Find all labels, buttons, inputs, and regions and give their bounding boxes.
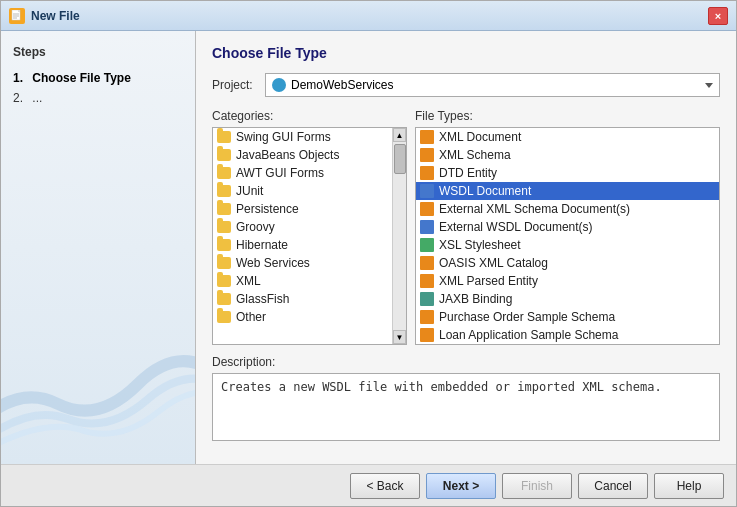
- scroll-thumb[interactable]: [394, 144, 406, 174]
- filetype-item-xsl-stylesheet[interactable]: XSL Stylesheet: [416, 236, 719, 254]
- filetypes-label: File Types:: [415, 109, 720, 123]
- filetypes-panel: File Types: XML Document XML Schema DTD …: [415, 109, 720, 345]
- folder-icon: [217, 131, 231, 143]
- list-item[interactable]: GlassFish: [213, 290, 392, 308]
- list-item[interactable]: Hibernate: [213, 236, 392, 254]
- description-label: Description:: [212, 355, 720, 369]
- filetype-item-dtd-entity[interactable]: DTD Entity: [416, 164, 719, 182]
- step-2-num: 2.: [13, 91, 29, 105]
- project-label: Project:: [212, 78, 257, 92]
- file-icon: [420, 328, 434, 342]
- filetype-item-xml-document[interactable]: XML Document: [416, 128, 719, 146]
- steps-panel: Steps 1. Choose File Type 2. ...: [1, 31, 196, 464]
- new-file-icon: [9, 8, 25, 24]
- main-panel: Choose File Type Project: DemoWebService…: [196, 31, 736, 464]
- steps-heading: Steps: [13, 45, 183, 59]
- folder-icon: [217, 149, 231, 161]
- folder-icon: [217, 185, 231, 197]
- file-icon: [420, 238, 434, 252]
- file-icon: [420, 148, 434, 162]
- filetype-item-ext-wsdl[interactable]: External WSDL Document(s): [416, 218, 719, 236]
- file-icon: [420, 256, 434, 270]
- steps-list: 1. Choose File Type 2. ...: [13, 71, 183, 105]
- content-area: Categories: Swing GUI Forms JavaBeans Ob…: [212, 109, 720, 345]
- filetype-item-loan-application[interactable]: Loan Application Sample Schema: [416, 326, 719, 344]
- list-item[interactable]: AWT GUI Forms: [213, 164, 392, 182]
- scroll-down-btn[interactable]: ▼: [393, 330, 406, 344]
- list-item[interactable]: JUnit: [213, 182, 392, 200]
- file-icon: [420, 166, 434, 180]
- finish-button[interactable]: Finish: [502, 473, 572, 499]
- svg-rect-1: [18, 10, 20, 12]
- footer: < Back Next > Finish Cancel Help: [1, 464, 736, 506]
- step-1-num: 1.: [13, 71, 29, 85]
- list-item[interactable]: Other: [213, 308, 392, 326]
- globe-icon: [272, 78, 286, 92]
- folder-icon: [217, 293, 231, 305]
- list-item[interactable]: Swing GUI Forms: [213, 128, 392, 146]
- file-icon: [420, 130, 434, 144]
- project-select-inner: DemoWebServices: [272, 78, 393, 92]
- categories-scrollbar[interactable]: ▲ ▼: [392, 128, 406, 344]
- step-2-label: ...: [32, 91, 42, 105]
- chevron-down-icon: [705, 83, 713, 88]
- step-1-label: Choose File Type: [32, 71, 130, 85]
- back-button[interactable]: < Back: [350, 473, 420, 499]
- project-value: DemoWebServices: [291, 78, 393, 92]
- file-icon: [420, 184, 434, 198]
- list-item[interactable]: Persistence: [213, 200, 392, 218]
- panel-title: Choose File Type: [212, 45, 720, 61]
- file-icon: [420, 310, 434, 324]
- close-button[interactable]: ×: [708, 7, 728, 25]
- filetype-item-purchase-order[interactable]: Purchase Order Sample Schema: [416, 308, 719, 326]
- file-icon: [420, 220, 434, 234]
- categories-label: Categories:: [212, 109, 407, 123]
- filetype-item-jaxb-binding[interactable]: JAXB Binding: [416, 290, 719, 308]
- filetype-item-wsdl-document[interactable]: WSDL Document: [416, 182, 719, 200]
- project-select[interactable]: DemoWebServices: [265, 73, 720, 97]
- filetype-item-xml-parsed[interactable]: XML Parsed Entity: [416, 272, 719, 290]
- list-item[interactable]: XML: [213, 272, 392, 290]
- file-icon: [420, 292, 434, 306]
- folder-icon: [217, 221, 231, 233]
- filetypes-list: XML Document XML Schema DTD Entity WSDL …: [415, 127, 720, 345]
- dialog-window: New File × Steps 1. Choose File Type 2. …: [0, 0, 737, 507]
- step-2: 2. ...: [13, 91, 183, 105]
- file-icon: [420, 274, 434, 288]
- folder-icon: [217, 239, 231, 251]
- cancel-button[interactable]: Cancel: [578, 473, 648, 499]
- folder-icon: [217, 167, 231, 179]
- dialog-body: Steps 1. Choose File Type 2. ... Choose …: [1, 31, 736, 464]
- filetype-item-ext-xml-schema[interactable]: External XML Schema Document(s): [416, 200, 719, 218]
- list-item[interactable]: Web Services: [213, 254, 392, 272]
- scroll-up-btn[interactable]: ▲: [393, 128, 406, 142]
- project-row: Project: DemoWebServices: [212, 73, 720, 97]
- categories-container: Swing GUI Forms JavaBeans Objects AWT GU…: [212, 127, 407, 345]
- categories-panel: Categories: Swing GUI Forms JavaBeans Ob…: [212, 109, 407, 345]
- folder-icon: [217, 311, 231, 323]
- description-section: Description:: [212, 355, 720, 444]
- description-text: [212, 373, 720, 441]
- help-button[interactable]: Help: [654, 473, 724, 499]
- title-bar: New File ×: [1, 1, 736, 31]
- list-item[interactable]: JavaBeans Objects: [213, 146, 392, 164]
- next-button[interactable]: Next >: [426, 473, 496, 499]
- list-item[interactable]: Groovy: [213, 218, 392, 236]
- folder-icon: [217, 257, 231, 269]
- dialog-title: New File: [31, 9, 80, 23]
- filetype-item-oasis-xml[interactable]: OASIS XML Catalog: [416, 254, 719, 272]
- folder-icon: [217, 203, 231, 215]
- filetype-item-xml-schema[interactable]: XML Schema: [416, 146, 719, 164]
- file-icon: [420, 202, 434, 216]
- categories-list: Swing GUI Forms JavaBeans Objects AWT GU…: [213, 128, 392, 344]
- title-bar-left: New File: [9, 8, 80, 24]
- step-1: 1. Choose File Type: [13, 71, 183, 85]
- folder-icon: [217, 275, 231, 287]
